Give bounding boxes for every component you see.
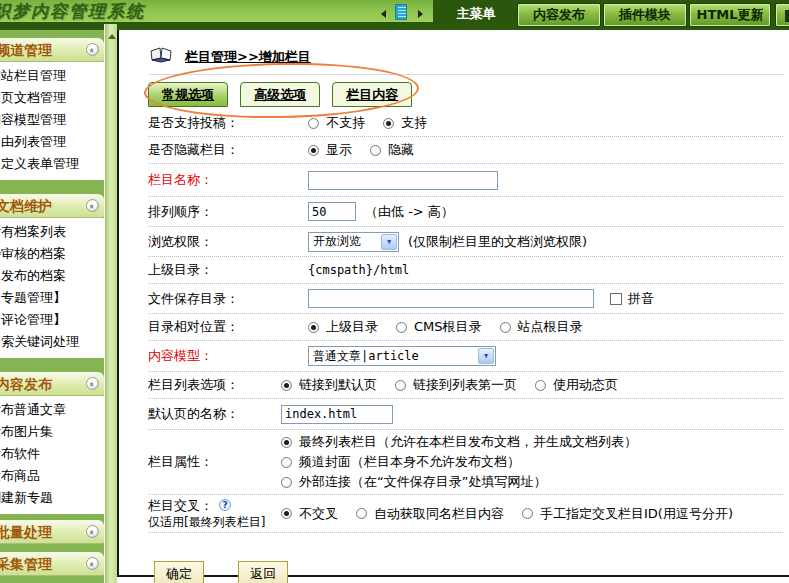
collapse-icon[interactable]: « xyxy=(86,199,99,212)
radio-option[interactable]: 站点根目录 xyxy=(500,318,583,336)
radio-option[interactable]: 使用动态页 xyxy=(535,376,618,394)
sidebar-item-publish-gallery[interactable]: 发布图片集 xyxy=(0,421,104,443)
sidebar-item-keyword-manage[interactable]: 搜索关键词处理 xyxy=(0,331,104,353)
collapse-icon[interactable]: « xyxy=(86,43,99,56)
confirm-button[interactable]: 确定 xyxy=(154,561,204,583)
radio-option[interactable]: 频道封面（栏目本身不允许发布文档） xyxy=(281,452,637,472)
save-dir-input[interactable] xyxy=(308,289,594,308)
help-icon[interactable]: ? xyxy=(219,499,231,511)
tab-advanced-options[interactable]: 高级选项 xyxy=(240,82,320,107)
form-row-allow-contribute: 是否支持投稿： 不支持 支持 xyxy=(148,110,783,137)
radio-option[interactable]: 外部连接（在“文件保存目录”处填写网址） xyxy=(281,472,637,492)
sidebar-item-create-special[interactable]: 创建新专题 xyxy=(0,487,104,509)
sidebar-item-special-manage[interactable]: 【专题管理】 xyxy=(0,287,104,309)
pinyin-checkbox[interactable] xyxy=(610,293,622,305)
form-row-category-name: 栏目名称： xyxy=(148,164,783,197)
view-permission-select[interactable]: 开放浏览 ▼ xyxy=(308,232,399,252)
radio-icon[interactable] xyxy=(370,145,381,156)
sidebar-item-publish-product[interactable]: 发布商品 xyxy=(0,465,104,487)
scroll-left-icon[interactable] xyxy=(381,10,386,18)
radio-checked-icon[interactable] xyxy=(308,145,319,156)
radio-icon[interactable] xyxy=(281,477,292,488)
radio-icon[interactable] xyxy=(535,380,546,391)
sidebar-item-comment-manage[interactable]: 【评论管理】 xyxy=(0,309,104,331)
radio-option[interactable]: 显示 xyxy=(308,141,352,159)
radio-option[interactable]: 上级目录 xyxy=(308,318,378,336)
radio-option[interactable]: 手工指定交叉栏目ID(用逗号分开) xyxy=(522,505,733,523)
sidebar-section-collect: 采集管理 « xyxy=(0,552,104,576)
tab-general-options[interactable]: 常规选项 xyxy=(148,82,228,107)
radio-icon[interactable] xyxy=(356,508,367,519)
radio-option[interactable]: 链接到默认页 xyxy=(281,376,377,394)
radio-icon[interactable] xyxy=(522,508,533,519)
sidebar-item-custom-form[interactable]: 自定义表单管理 xyxy=(0,153,104,175)
radio-icon[interactable] xyxy=(500,322,511,333)
sidebar: 频道管理 « 网站栏目管理 网页文档管理 内容模型管理 自由列表管理 自定义表单… xyxy=(0,30,104,583)
default-page-input[interactable] xyxy=(281,405,393,424)
main-menu-label[interactable]: 主菜单 xyxy=(437,0,515,30)
sidebar-collapse-strip[interactable] xyxy=(104,24,117,583)
dropdown-arrow-icon[interactable]: ▼ xyxy=(381,234,397,250)
radio-option[interactable]: 不支持 xyxy=(308,114,365,132)
breadcrumb[interactable]: 栏目管理>>增加栏目 xyxy=(185,48,311,66)
radio-option[interactable]: 支持 xyxy=(383,114,427,132)
parent-dir-value: {cmspath}/html xyxy=(308,263,409,277)
form-row-category-cross: 栏目交叉：? 仅适用[最终列表栏目] 不交叉 自动获取同名栏目内容 手工指定交叉… xyxy=(148,495,783,533)
scroll-right-icon[interactable] xyxy=(418,10,423,18)
back-button[interactable]: 返回 xyxy=(238,561,288,583)
sidebar-section-batch: 批量处理 « xyxy=(0,520,104,544)
form-row-hide-category: 是否隐藏栏目： 显示 隐藏 xyxy=(148,137,783,164)
banner-nav xyxy=(381,6,423,20)
sidebar-item-all-archives[interactable]: 所有档案列表 xyxy=(0,221,104,243)
radio-option[interactable]: 隐藏 xyxy=(370,141,414,159)
radio-checked-icon[interactable] xyxy=(281,508,292,519)
content-model-select[interactable]: 普通文章|article ▼ xyxy=(308,346,496,366)
form-row-dir-position: 目录相对位置： 上级目录 CMS根目录 站点根目录 xyxy=(148,314,783,341)
form-row-content-model: 内容模型： 普通文章|article ▼ xyxy=(148,341,783,372)
menu-button-plugin-module[interactable]: 插件模块 xyxy=(603,3,687,27)
menu-button-content-publish[interactable]: 内容发布 xyxy=(517,3,601,27)
collapse-icon[interactable]: « xyxy=(86,557,99,570)
radio-icon[interactable] xyxy=(308,118,319,129)
sort-order-note: （由低 -> 高） xyxy=(365,203,454,221)
radio-option[interactable]: 自动获取同名栏目内容 xyxy=(356,505,504,523)
form-row-parent-dir: 上级目录： {cmspath}/html xyxy=(148,257,783,284)
radio-icon[interactable] xyxy=(395,380,406,391)
sidebar-item-publish-software[interactable]: 发布软件 xyxy=(0,443,104,465)
sidebar-item-site-category[interactable]: 网站栏目管理 xyxy=(0,65,104,87)
sidebar-item-published-archives[interactable]: 已发布的档案 xyxy=(0,265,104,287)
dropdown-arrow-icon[interactable]: ▼ xyxy=(478,348,494,364)
radio-option[interactable]: 链接到列表第一页 xyxy=(395,376,517,394)
pager-icon[interactable] xyxy=(395,4,407,20)
sidebar-item-content-model[interactable]: 内容模型管理 xyxy=(0,109,104,131)
radio-icon[interactable] xyxy=(396,322,407,333)
top-bar: 织梦内容管理系统 主菜单 内容发布 插件模块 HTML更新 xyxy=(0,0,789,30)
category-name-input[interactable] xyxy=(308,171,498,190)
radio-checked-icon[interactable] xyxy=(383,118,394,129)
sidebar-section-doc-maintain: 文档维护 « 所有档案列表 待审核的档案 已发布的档案 【专题管理】 【评论管理… xyxy=(0,194,104,358)
sidebar-section-channel: 频道管理 « 网站栏目管理 网页文档管理 内容模型管理 自由列表管理 自定义表单… xyxy=(0,38,104,180)
sidebar-section-content-publish: 内容发布 « 发布普通文章 发布图片集 发布软件 发布商品 创建新专题 xyxy=(0,372,104,514)
top-bar-banner: 织梦内容管理系统 xyxy=(0,0,433,22)
menu-button-html-update[interactable]: HTML更新 xyxy=(689,3,771,27)
menu-button-partial[interactable] xyxy=(775,3,789,27)
app-title: 织梦内容管理系统 xyxy=(0,0,145,23)
radio-icon[interactable] xyxy=(281,457,292,468)
radio-option[interactable]: 不交叉 xyxy=(281,505,338,523)
view-permission-note: (仅限制栏目里的文档浏览权限) xyxy=(408,233,587,251)
sidebar-item-page-docs[interactable]: 网页文档管理 xyxy=(0,87,104,109)
radio-checked-icon[interactable] xyxy=(308,322,319,333)
radio-checked-icon[interactable] xyxy=(281,437,292,448)
collapse-icon[interactable]: « xyxy=(86,525,99,538)
sidebar-item-pending-archives[interactable]: 待审核的档案 xyxy=(0,243,104,265)
sort-order-input[interactable] xyxy=(308,202,356,221)
radio-option[interactable]: 最终列表栏目（允许在本栏目发布文档，并生成文档列表） xyxy=(281,432,637,452)
sidebar-item-free-list[interactable]: 自由列表管理 xyxy=(0,131,104,153)
collapse-icon[interactable]: « xyxy=(86,377,99,390)
sidebar-item-publish-article[interactable]: 发布普通文章 xyxy=(0,399,104,421)
form-row-list-option: 栏目列表选项： 链接到默认页 链接到列表第一页 使用动态页 xyxy=(148,372,783,399)
pinyin-checkbox-label: 拼音 xyxy=(628,290,654,308)
tab-category-content[interactable]: 栏目内容 xyxy=(332,82,412,107)
radio-option[interactable]: CMS根目录 xyxy=(396,318,482,336)
radio-checked-icon[interactable] xyxy=(281,380,292,391)
